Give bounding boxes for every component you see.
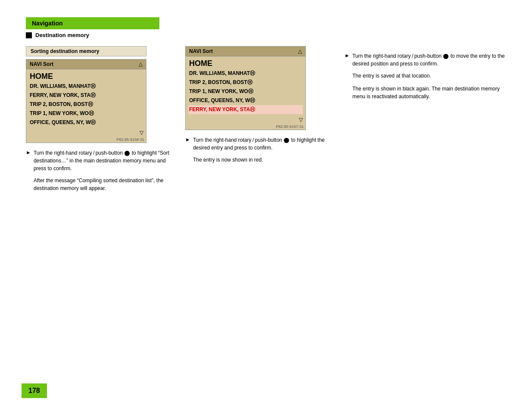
screen-body-1: HOME DR. WILLIAMS, MANHATⒽ FERRY, NEW YO… (26, 69, 146, 129)
arrow-bullet-1: ► (26, 149, 31, 156)
instruction-item-1: ► Turn the right-hand rotary / push-butt… (26, 149, 177, 172)
circle-icon-1 (124, 151, 130, 156)
section-marker (26, 32, 32, 38)
arrow-bullet-3: ► (345, 53, 350, 59)
instruction-item-3: ► Turn the right-hand rotary / push-butt… (345, 52, 506, 68)
column-1: Sorting destination memory NAVI Sort △ H… (26, 46, 185, 192)
instruction-text-3: Turn the right-hand rotary / push-button… (352, 52, 506, 68)
screen-header-2: NAVI Sort △ (186, 47, 305, 56)
screen-header-label-2: NAVI Sort (189, 48, 213, 54)
screen-header-label-1: NAVI Sort (30, 61, 53, 67)
note-text-1: After the message “Compiling sorted dest… (34, 177, 177, 192)
scroll-up-icon-1: △ (139, 61, 143, 67)
screen-item-b3: TRIP 2, BOSTON, BOSTⒽ (188, 78, 303, 87)
screen-item-6: OFFICE, QUEENS, NY, WⒽ (29, 118, 143, 127)
page-number: 178 (28, 387, 40, 394)
screen-item-b4: TRIP 1, NEW YORK, WOⒽ (188, 87, 303, 96)
screen-footer-2: ▽ (186, 116, 305, 124)
screen-item-home-2: HOME (188, 58, 303, 69)
screen-item-b6-red: FERRY, NEW YORK, STAⒽ (188, 105, 303, 114)
circle-icon-3 (443, 54, 448, 59)
nav-header: Navigation Destination memory (26, 17, 506, 38)
screen-item-home-1: HOME (29, 71, 143, 82)
screen-item-3: FERRY, NEW YORK, STAⒽ (29, 91, 143, 100)
instruction-text-1: Turn the right-hand rotary / push-button… (34, 149, 177, 172)
instruction-block-3: ► Turn the right-hand rotary / push-butt… (345, 52, 506, 100)
photo-ref-2: P82.85-9157-31 (186, 124, 305, 130)
note-text-4: The entry is shown in black again. The m… (352, 85, 506, 100)
instruction-block-2: ► Turn the right-hand rotary / push-butt… (185, 136, 336, 164)
note-text-3: The entry is saved at that location. (352, 72, 506, 80)
page-container: Navigation Destination memory Sorting de… (0, 0, 532, 411)
scroll-down-icon-2: ▽ (299, 117, 303, 123)
screen-item-2: DR. WILLIAMS, MANHATⒽ (29, 82, 143, 91)
screen-header-1: NAVI Sort △ (26, 59, 146, 69)
screen-box-2: NAVI Sort △ HOME DR. WILLIAMS, MANHATⒽ T… (185, 46, 306, 130)
scroll-up-icon-2: △ (298, 48, 302, 54)
screen-item-b5: OFFICE, QUEENS, NY, WⒽ (188, 96, 303, 105)
screen-footer-1: ▽ (26, 129, 146, 137)
note-text-2: The entry is now shown in red. (193, 156, 336, 164)
column-2: NAVI Sort △ HOME DR. WILLIAMS, MANHATⒽ T… (185, 46, 345, 164)
instruction-text-2: Turn the right-hand rotary / push-button… (193, 136, 336, 152)
main-content: Sorting destination memory NAVI Sort △ H… (26, 46, 506, 192)
page-number-box: 178 (22, 383, 47, 398)
instruction-block-1: ► Turn the right-hand rotary / push-butt… (26, 149, 177, 192)
section-label: Destination memory (35, 32, 89, 38)
screen-item-b2: DR. WILLIAMS, MANHATⒽ (188, 69, 303, 78)
arrow-bullet-2: ► (185, 137, 190, 143)
sort-dest-label: Sorting destination memory (26, 46, 146, 56)
nav-title-bar: Navigation (26, 17, 159, 29)
screen-body-2: HOME DR. WILLIAMS, MANHATⒽ TRIP 2, BOSTO… (186, 56, 305, 116)
circle-icon-2 (284, 138, 289, 143)
section-label-row: Destination memory (26, 32, 506, 38)
screen-item-4: TRIP 2, BOSTON, BOSTⒽ (29, 100, 143, 109)
instruction-item-2: ► Turn the right-hand rotary / push-butt… (185, 136, 336, 152)
scroll-down-icon-1: ▽ (140, 130, 143, 136)
screen-item-5: TRIP 1, NEW YORK, WOⒽ (29, 109, 143, 118)
nav-title: Navigation (32, 20, 63, 27)
screen-box-1: NAVI Sort △ HOME DR. WILLIAMS, MANHATⒽ F… (26, 59, 146, 143)
column-3: ► Turn the right-hand rotary / push-butt… (345, 46, 506, 100)
photo-ref-1: P82.85-9158-31 (26, 137, 146, 143)
